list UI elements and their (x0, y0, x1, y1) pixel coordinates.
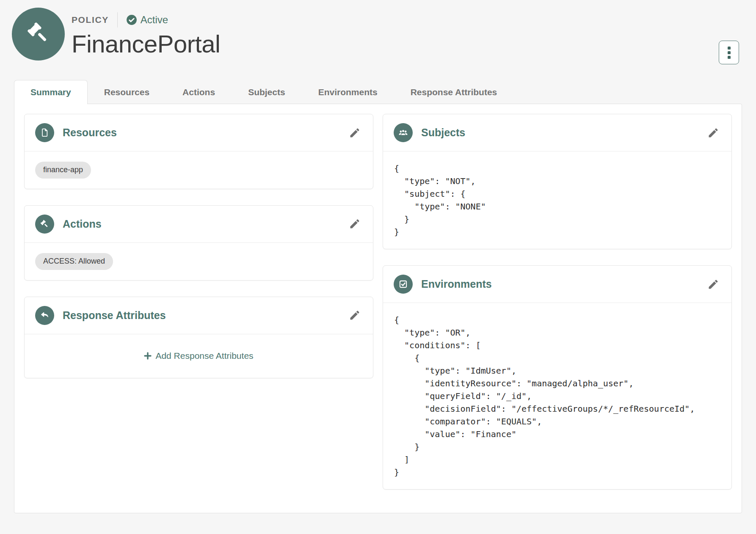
environments-icon-circle (394, 275, 413, 294)
card-resources: Resources finance-app (24, 114, 373, 189)
response-attributes-icon-circle (35, 306, 54, 325)
tab-resources[interactable]: Resources (88, 80, 166, 104)
header-divider (117, 12, 118, 28)
pencil-icon (349, 218, 361, 230)
environments-code: { "type": "OR", "conditions": [ { "type"… (383, 303, 731, 489)
check-square-icon (398, 279, 408, 289)
status-badge: Active (126, 14, 168, 26)
add-response-attributes-label: Add Response Attributes (155, 351, 253, 361)
tab-response-attributes[interactable]: Response Attributes (394, 80, 514, 104)
more-options-button[interactable] (719, 41, 739, 64)
policy-detail-page: POLICY Active FinancePortal (0, 0, 756, 534)
edit-response-attributes-button[interactable] (347, 308, 362, 323)
resources-icon-circle (35, 123, 54, 142)
document-icon (39, 127, 50, 138)
card-actions: Actions ACCESS: Allowed (24, 205, 373, 281)
policy-type-label: POLICY (72, 15, 109, 25)
tab-bar: Summary Resources Actions Subjects Envir… (14, 80, 742, 104)
card-subjects: Subjects { "type": "NOT", "subject": { "… (383, 114, 732, 249)
kebab-icon (728, 47, 731, 59)
pencil-icon (707, 278, 719, 290)
response-attributes-card-title: Response Attributes (63, 309, 166, 322)
active-check-icon (126, 14, 137, 25)
edit-actions-button[interactable] (347, 216, 362, 231)
people-group-icon (397, 127, 409, 138)
gavel-icon (39, 219, 50, 229)
pencil-icon (349, 127, 361, 139)
edit-environments-button[interactable] (706, 277, 721, 292)
header-text: POLICY Active FinancePortal (72, 8, 220, 58)
environments-card-title: Environments (421, 278, 492, 290)
plus-icon (144, 352, 152, 360)
subjects-code: { "type": "NOT", "subject": { "type": "N… (383, 151, 731, 249)
actions-icon-circle (35, 215, 54, 234)
page-title: FinancePortal (72, 30, 220, 58)
reply-arrow-icon (39, 310, 50, 321)
edit-resources-button[interactable] (347, 125, 362, 140)
card-response-attributes: Response Attributes (24, 297, 373, 378)
subjects-icon-circle (394, 123, 413, 142)
pencil-icon (707, 127, 719, 139)
status-label: Active (141, 14, 168, 26)
page-header: POLICY Active FinancePortal (0, 0, 756, 61)
tab-actions[interactable]: Actions (166, 80, 232, 104)
action-tag: ACCESS: Allowed (35, 253, 113, 270)
gavel-icon (25, 19, 52, 49)
tab-summary[interactable]: Summary (14, 80, 88, 104)
edit-subjects-button[interactable] (706, 125, 721, 140)
tab-environments[interactable]: Environments (302, 80, 394, 104)
summary-panel: Resources finance-app (14, 104, 742, 513)
policy-avatar (12, 8, 65, 61)
subjects-card-title: Subjects (421, 127, 465, 139)
actions-card-title: Actions (63, 218, 102, 230)
resource-tag: finance-app (35, 162, 91, 179)
add-response-attributes-button[interactable]: Add Response Attributes (144, 351, 253, 361)
pencil-icon (349, 309, 361, 321)
card-environments: Environments { "type": "OR", "conditions… (383, 265, 732, 490)
right-column: Subjects { "type": "NOT", "subject": { "… (383, 114, 732, 503)
left-column: Resources finance-app (24, 114, 373, 503)
tab-subjects[interactable]: Subjects (232, 80, 302, 104)
resources-card-title: Resources (63, 127, 117, 139)
